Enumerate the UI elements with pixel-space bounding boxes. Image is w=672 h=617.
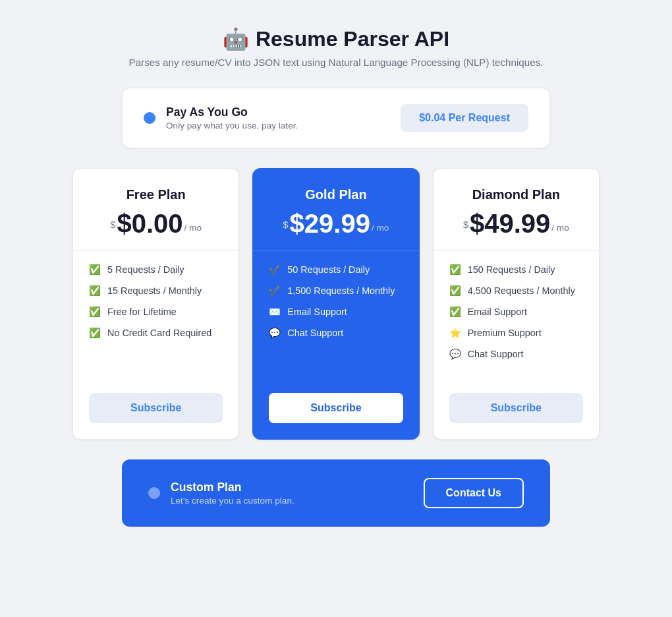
page-header: 🤖 Resume Parser API Parses any resume/CV… <box>129 26 544 68</box>
custom-plan-card: Custom Plan Let's create you a custom pl… <box>122 459 550 527</box>
free-feature-3: ✅ Free for Lifetime <box>89 306 223 318</box>
gold-price-period: / mo <box>372 223 389 233</box>
email-icon: ✅ <box>449 306 461 318</box>
free-feature-2-text: 15 Requests / Monthly <box>107 285 202 296</box>
diamond-feature-1-text: 150 Requests / Daily <box>468 264 555 275</box>
free-price-dollar: $ <box>110 220 115 230</box>
free-feature-2: ✅ 15 Requests / Monthly <box>89 285 223 297</box>
check-icon: ✅ <box>449 264 461 276</box>
payg-price-button[interactable]: $0.04 Per Request <box>401 104 528 132</box>
gold-feature-4-text: Chat Support <box>287 328 343 338</box>
free-feature-1: ✅ 5 Requests / Daily <box>89 264 223 276</box>
gold-plan-header: Gold Plan $ $29.99 / mo <box>253 169 418 250</box>
gold-feature-2-text: 1,500 Requests / Monthly <box>287 285 395 296</box>
page-title: 🤖 Resume Parser API <box>129 26 544 51</box>
free-plan-header: Free Plan $ $0.00 / mo <box>73 169 238 250</box>
free-plan-price-row: $ $0.00 / mo <box>89 210 223 237</box>
page-subtitle: Parses any resume/CV into JSON text usin… <box>129 57 544 68</box>
custom-left: Custom Plan Let's create you a custom pl… <box>148 481 294 506</box>
free-feature-3-text: Free for Lifetime <box>107 307 177 317</box>
free-feature-1-text: 5 Requests / Daily <box>107 264 184 275</box>
gold-feature-3-text: Email Support <box>287 307 347 317</box>
custom-title: Custom Plan <box>171 481 294 494</box>
email-icon: ✉️ <box>269 306 281 318</box>
gold-plan-features: ✔️ 50 Requests / Daily ✔️ 1,500 Requests… <box>253 250 418 382</box>
diamond-feature-2-text: 4,500 Requests / Monthly <box>468 285 575 296</box>
free-plan-features: ✅ 5 Requests / Daily ✅ 15 Requests / Mon… <box>73 250 238 382</box>
gold-subscribe-button[interactable]: Subscribe <box>269 393 403 423</box>
diamond-plan-header: Diamond Plan $ $49.99 / mo <box>434 169 599 250</box>
check-icon: ✔️ <box>269 264 281 276</box>
diamond-price-dollar: $ <box>463 220 468 230</box>
gold-feature-1: ✔️ 50 Requests / Daily <box>269 264 403 276</box>
free-feature-4-text: No Credit Card Required <box>107 328 211 338</box>
check-icon: ✅ <box>89 264 101 276</box>
diamond-subscribe-button[interactable]: Subscribe <box>449 393 583 423</box>
free-plan-name: Free Plan <box>89 187 223 202</box>
robot-icon: 🤖 <box>223 26 249 51</box>
payg-subtitle: Only pay what you use, pay later. <box>166 121 298 131</box>
free-price-period: / mo <box>184 223 202 233</box>
gold-plan-footer: Subscribe <box>253 382 418 439</box>
diamond-feature-4: ⭐ Premium Support <box>449 327 583 339</box>
payg-info: Pay As You Go Only pay what you use, pay… <box>166 105 298 131</box>
check-icon: ✅ <box>89 327 101 339</box>
diamond-feature-4-text: Premium Support <box>468 328 542 338</box>
diamond-plan-footer: Subscribe <box>434 382 599 439</box>
star-icon: ⭐ <box>449 327 461 339</box>
payg-dot <box>144 112 155 124</box>
gold-price-amount: $29.99 <box>290 210 370 237</box>
payg-title: Pay As You Go <box>166 105 298 119</box>
diamond-plan-price-row: $ $49.99 / mo <box>449 210 583 237</box>
check-icon: ✔️ <box>269 285 281 297</box>
payg-card: Pay As You Go Only pay what you use, pay… <box>122 88 550 148</box>
gold-feature-4: 💬 Chat Support <box>269 327 403 339</box>
check-icon: ✅ <box>449 285 461 297</box>
diamond-feature-5: 💬 Chat Support <box>449 348 583 360</box>
gold-feature-1-text: 50 Requests / Daily <box>287 264 370 275</box>
gold-feature-3: ✉️ Email Support <box>269 306 403 318</box>
free-subscribe-button[interactable]: Subscribe <box>89 393 223 423</box>
free-price-amount: $0.00 <box>117 210 182 237</box>
chat-icon: 💬 <box>269 327 281 339</box>
gold-plan-price-row: $ $29.99 / mo <box>269 210 403 237</box>
gold-plan-card: Gold Plan $ $29.99 / mo ✔️ 50 Requests /… <box>252 168 419 440</box>
diamond-feature-2: ✅ 4,500 Requests / Monthly <box>449 285 583 297</box>
diamond-feature-1: ✅ 150 Requests / Daily <box>449 264 583 276</box>
diamond-feature-3-text: Email Support <box>468 307 527 317</box>
gold-price-dollar: $ <box>283 220 289 230</box>
plans-container: Free Plan $ $0.00 / mo ✅ 5 Requests / Da… <box>72 168 600 440</box>
diamond-feature-3: ✅ Email Support <box>449 306 583 318</box>
diamond-price-period: / mo <box>551 223 569 233</box>
free-feature-4: ✅ No Credit Card Required <box>89 327 223 339</box>
payg-left: Pay As You Go Only pay what you use, pay… <box>144 105 298 131</box>
custom-subtitle: Let's create you a custom plan. <box>171 496 294 506</box>
free-plan-footer: Subscribe <box>73 382 238 439</box>
diamond-plan-name: Diamond Plan <box>449 187 583 202</box>
contact-us-button[interactable]: Contact Us <box>424 478 524 508</box>
gold-plan-name: Gold Plan <box>269 187 403 202</box>
custom-dot <box>148 487 160 499</box>
diamond-feature-5-text: Chat Support <box>468 349 524 359</box>
diamond-plan-features: ✅ 150 Requests / Daily ✅ 4,500 Requests … <box>434 250 599 382</box>
diamond-price-amount: $49.99 <box>470 210 550 237</box>
free-plan-card: Free Plan $ $0.00 / mo ✅ 5 Requests / Da… <box>72 168 239 440</box>
chat-icon: 💬 <box>449 348 461 360</box>
diamond-plan-card: Diamond Plan $ $49.99 / mo ✅ 150 Request… <box>433 168 600 440</box>
gold-feature-2: ✔️ 1,500 Requests / Monthly <box>269 285 403 297</box>
custom-info: Custom Plan Let's create you a custom pl… <box>171 481 294 506</box>
check-icon: ✅ <box>89 306 101 318</box>
check-icon: ✅ <box>89 285 101 297</box>
